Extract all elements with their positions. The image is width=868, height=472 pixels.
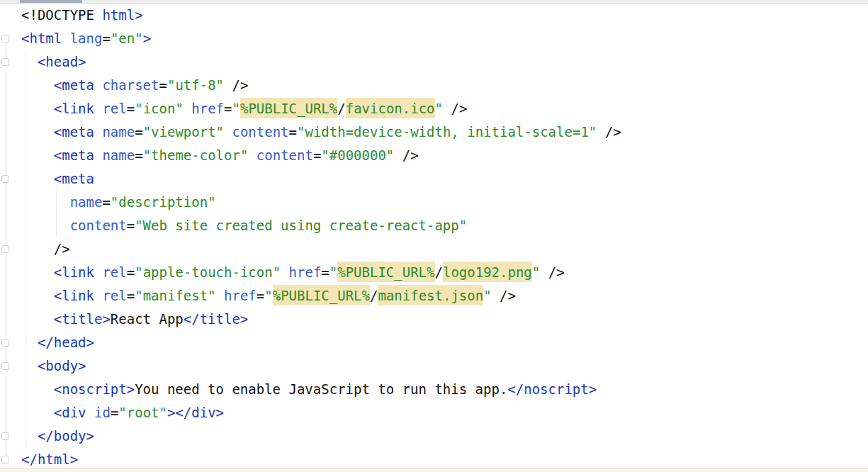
horizontal-scrollbar[interactable] xyxy=(0,0,868,4)
code-token xyxy=(248,147,256,163)
code-token: "en" xyxy=(111,30,143,46)
code-token xyxy=(62,30,69,46)
code-token xyxy=(224,124,232,140)
code-token xyxy=(281,264,288,280)
code-token: "theme-color" xyxy=(143,147,249,163)
highlighted-code-token: %PUBLIC_URL% xyxy=(273,285,370,305)
code-token: > xyxy=(143,30,151,46)
code-token: = xyxy=(224,101,232,116)
code-token: / xyxy=(435,264,443,280)
code-token: " xyxy=(329,264,337,280)
fold-marker-end[interactable] xyxy=(1,245,9,253)
code-token: <html xyxy=(21,30,62,46)
code-line[interactable]: name="description" xyxy=(0,191,868,214)
fold-marker-end[interactable] xyxy=(1,456,9,463)
code-token: = xyxy=(127,288,135,303)
code-line[interactable]: <head> xyxy=(0,50,868,74)
code-line[interactable]: <body> xyxy=(0,354,868,378)
code-token: </title> xyxy=(184,311,249,327)
code-indent xyxy=(21,288,54,303)
code-indent xyxy=(21,405,54,420)
fold-marker-start[interactable] xyxy=(1,362,9,370)
code-token: "utf-8" xyxy=(167,77,224,93)
code-token: </head> xyxy=(38,335,94,350)
code-token xyxy=(94,147,102,163)
code-token xyxy=(184,101,191,116)
code-token: /> xyxy=(224,77,248,93)
code-line[interactable]: <meta name="theme-color" content="#00000… xyxy=(0,144,868,167)
code-token: name xyxy=(102,124,135,140)
code-token: = xyxy=(127,218,135,233)
code-token: = xyxy=(111,405,118,420)
code-indent xyxy=(21,194,70,210)
fold-marker-start[interactable] xyxy=(1,175,9,183)
code-token: charset xyxy=(102,77,159,93)
code-token: content xyxy=(232,124,288,140)
code-indent xyxy=(21,241,54,257)
code-line[interactable]: <link rel="manifest" href="%PUBLIC_URL%/… xyxy=(0,284,868,308)
code-token: lang xyxy=(70,30,103,46)
fold-marker-end[interactable] xyxy=(1,339,9,347)
code-token: /> xyxy=(492,288,516,303)
code-line[interactable]: <div id="root"></div> xyxy=(0,401,868,425)
code-token: = xyxy=(313,147,321,163)
code-token: " xyxy=(483,288,491,303)
code-line[interactable]: <!DOCTYPE html> xyxy=(0,4,868,27)
code-line[interactable]: <meta xyxy=(0,167,868,191)
code-token: /> xyxy=(540,264,564,280)
code-area[interactable]: <!DOCTYPE html><html lang="en"> <head> <… xyxy=(0,4,868,471)
code-token: "Web site created using create-react-app… xyxy=(135,218,467,233)
code-token: rel xyxy=(102,288,126,303)
code-token: = xyxy=(102,30,110,46)
code-token: id xyxy=(94,405,111,420)
code-indent xyxy=(21,381,54,397)
code-token: <title> xyxy=(54,311,111,327)
code-indent xyxy=(21,171,54,186)
code-token: " xyxy=(232,101,240,116)
code-line[interactable]: content="Web site created using create-r… xyxy=(0,214,868,237)
code-token: "manifest" xyxy=(135,288,215,303)
fold-marker-end[interactable] xyxy=(1,432,9,440)
code-token: <link xyxy=(54,101,94,116)
code-token: "icon" xyxy=(135,101,184,116)
highlighted-code-token: manifest.json xyxy=(378,285,483,305)
code-token: = xyxy=(159,77,167,93)
code-token xyxy=(94,264,102,280)
code-token: "#000000" xyxy=(321,147,394,163)
code-line[interactable]: <link rel="icon" href="%PUBLIC_URL%/favi… xyxy=(0,97,868,120)
code-line[interactable]: <link rel="apple-touch-icon" href="%PUBL… xyxy=(0,261,868,284)
code-token: "viewport" xyxy=(143,124,224,140)
code-indent xyxy=(21,54,38,69)
code-token xyxy=(216,288,224,303)
code-token: /> xyxy=(54,241,70,257)
horizontal-scrollbar-thumb[interactable] xyxy=(20,0,82,3)
code-token: = xyxy=(257,288,264,303)
code-token: " xyxy=(435,101,443,116)
code-indent xyxy=(21,101,54,116)
code-line[interactable]: <html lang="en"> xyxy=(0,27,868,50)
code-token: </div> xyxy=(175,405,224,420)
bottom-panel-edge xyxy=(0,468,868,472)
code-line[interactable]: <title>React App</title> xyxy=(0,308,868,331)
fold-marker-start[interactable] xyxy=(1,58,9,66)
code-token: "root" xyxy=(118,405,167,420)
code-token: <link xyxy=(54,288,94,303)
code-token xyxy=(94,101,102,116)
code-indent xyxy=(21,358,38,373)
code-token: <meta xyxy=(54,171,94,186)
highlighted-code-token: favicon.ico xyxy=(346,98,435,118)
code-line[interactable]: </head> xyxy=(0,331,868,354)
code-token: You need to enable JavaScript to run thi… xyxy=(135,381,507,397)
code-line[interactable]: <meta charset="utf-8" /> xyxy=(0,74,868,97)
code-indent xyxy=(21,218,70,233)
code-token: <link xyxy=(54,264,94,280)
code-line[interactable]: <meta name="viewport" content="width=dev… xyxy=(0,120,868,144)
code-line[interactable]: /> xyxy=(0,237,868,261)
code-line[interactable]: <noscript>You need to enable JavaScript … xyxy=(0,378,868,401)
fold-marker-start[interactable] xyxy=(1,35,9,43)
code-token: = xyxy=(135,124,142,140)
code-line[interactable]: </body> xyxy=(0,425,868,448)
code-token: " xyxy=(264,288,272,303)
highlighted-code-token: logo192.png xyxy=(443,262,532,282)
code-token: href xyxy=(289,264,322,280)
